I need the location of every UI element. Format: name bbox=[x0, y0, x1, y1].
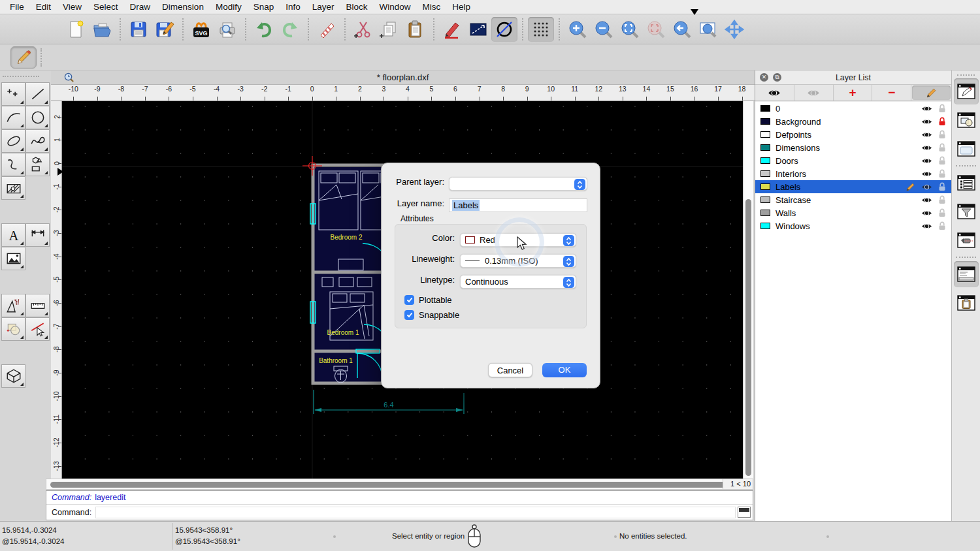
layer-lock-icon[interactable] bbox=[938, 208, 946, 217]
zoom-selection-button[interactable] bbox=[643, 17, 669, 42]
palette-handle[interactable] bbox=[3, 76, 39, 77]
command-input[interactable] bbox=[95, 507, 736, 518]
menu-item[interactable]: View bbox=[57, 2, 88, 12]
menu-item[interactable]: Help bbox=[446, 2, 476, 12]
layer-visibility-icon[interactable] bbox=[921, 170, 932, 178]
previous-view-button[interactable] bbox=[669, 17, 695, 42]
menu-item[interactable]: Snap bbox=[248, 2, 280, 12]
menu-item[interactable]: Edit bbox=[30, 2, 57, 12]
layer-row[interactable]: Doors bbox=[755, 154, 951, 167]
menu-item[interactable]: Draw bbox=[124, 2, 157, 12]
layer-row[interactable]: Windows bbox=[755, 219, 951, 232]
layer-lock-icon[interactable] bbox=[938, 195, 946, 204]
plottable-checkbox[interactable] bbox=[404, 295, 414, 305]
dock-handle[interactable] bbox=[957, 74, 975, 76]
command-line-dock-button[interactable] bbox=[954, 261, 979, 287]
property-editor-dock-button[interactable] bbox=[954, 170, 979, 196]
auto-zoom-button[interactable] bbox=[617, 17, 643, 42]
text-tool-button[interactable]: A bbox=[1, 223, 25, 247]
measure-tool-button[interactable] bbox=[25, 294, 50, 317]
open-file-button[interactable] bbox=[89, 17, 115, 42]
layer-row[interactable]: Walls bbox=[755, 206, 951, 219]
menu-item[interactable]: Window bbox=[374, 2, 417, 12]
menu-item[interactable]: File bbox=[4, 2, 30, 12]
select-line-button[interactable] bbox=[25, 317, 50, 341]
layer-lock-icon[interactable] bbox=[938, 169, 946, 178]
hatch-tool-button[interactable] bbox=[1, 176, 25, 200]
save-as-button[interactable] bbox=[152, 17, 178, 42]
layer-visibility-icon[interactable] bbox=[921, 183, 932, 191]
panel-close-button[interactable]: ✕ bbox=[760, 73, 768, 82]
lines-tool-button[interactable] bbox=[25, 82, 50, 106]
vertical-scroll-thumb[interactable] bbox=[745, 199, 751, 476]
hide-all-layers-button[interactable] bbox=[794, 85, 834, 101]
layer-row[interactable]: Interiors bbox=[755, 167, 951, 180]
menu-item[interactable]: Info bbox=[280, 2, 306, 12]
new-file-button[interactable] bbox=[63, 17, 89, 42]
horizontal-scroll-thumb[interactable] bbox=[50, 482, 734, 488]
zoom-in-button[interactable] bbox=[564, 17, 591, 42]
layer-lock-icon[interactable] bbox=[938, 104, 946, 113]
layer-row[interactable]: Labels bbox=[755, 180, 951, 193]
layer-visibility-icon[interactable] bbox=[921, 157, 932, 165]
distance-tool-button[interactable] bbox=[465, 17, 491, 42]
splines-tool-button[interactable] bbox=[25, 129, 50, 153]
solid-3d-button[interactable] bbox=[1, 364, 25, 388]
window-zoom-button[interactable] bbox=[695, 17, 721, 42]
menu-item[interactable]: Misc bbox=[417, 2, 447, 12]
svg-export-button[interactable]: SVG bbox=[188, 17, 214, 42]
draw-tools-button[interactable] bbox=[1, 294, 25, 317]
pen-edit-button[interactable] bbox=[439, 17, 465, 42]
layer-name-input[interactable]: Labels bbox=[449, 198, 587, 212]
points-tool-button[interactable] bbox=[1, 82, 25, 106]
layer-visibility-icon[interactable] bbox=[921, 144, 932, 151]
clipboard-dock-button[interactable] bbox=[954, 290, 979, 316]
shapes-tool-button[interactable] bbox=[25, 153, 50, 176]
pan-zoom-button[interactable] bbox=[721, 17, 747, 42]
layer-lock-icon[interactable] bbox=[938, 156, 946, 165]
arcs-tool-button[interactable] bbox=[1, 106, 25, 129]
layer-visibility-icon[interactable] bbox=[921, 118, 932, 125]
menu-item[interactable]: Layer bbox=[306, 2, 340, 12]
pencil-tool-button[interactable] bbox=[10, 46, 37, 69]
layer-lock-icon[interactable] bbox=[938, 221, 946, 230]
panel-float-button[interactable]: ⧉ bbox=[773, 73, 781, 82]
copy-button[interactable] bbox=[376, 17, 402, 42]
horizontal-scrollbar[interactable]: 1 < 10 bbox=[46, 479, 753, 490]
parent-layer-select[interactable] bbox=[449, 177, 587, 191]
boolean-ops-button[interactable] bbox=[1, 317, 25, 341]
edit-layer-button[interactable] bbox=[912, 86, 951, 100]
polylines-tool-button[interactable] bbox=[1, 153, 25, 176]
layer-visibility-icon[interactable] bbox=[921, 223, 932, 230]
command-panel-toggle-button[interactable] bbox=[738, 507, 751, 518]
layer-visibility-icon[interactable] bbox=[921, 131, 932, 138]
pen-settings-dock-button[interactable] bbox=[954, 227, 979, 253]
cut-button[interactable] bbox=[350, 17, 376, 42]
menu-item[interactable]: Dimension bbox=[156, 2, 210, 12]
layer-lock-icon[interactable] bbox=[938, 182, 946, 191]
layer-row[interactable]: 0 bbox=[755, 102, 951, 115]
undo-button[interactable] bbox=[251, 17, 277, 42]
add-layer-button[interactable]: + bbox=[834, 85, 873, 101]
zoom-out-button[interactable] bbox=[591, 17, 617, 42]
remove-entity-button[interactable] bbox=[314, 17, 340, 42]
menu-item[interactable]: Block bbox=[340, 2, 374, 12]
grid-toggle-button[interactable] bbox=[528, 17, 554, 42]
layer-visibility-icon[interactable] bbox=[921, 105, 932, 112]
layer-row[interactable]: Defpoints bbox=[755, 128, 951, 141]
show-all-layers-button[interactable] bbox=[755, 85, 794, 101]
print-preview-button[interactable] bbox=[214, 17, 240, 42]
layer-row[interactable]: Background bbox=[755, 115, 951, 128]
circles-tool-button[interactable] bbox=[25, 106, 50, 129]
ellipses-tool-button[interactable] bbox=[1, 129, 25, 153]
vertical-scrollbar[interactable] bbox=[743, 101, 753, 479]
menu-item[interactable]: Select bbox=[88, 2, 124, 12]
paste-button[interactable] bbox=[402, 17, 429, 42]
layer-lock-icon[interactable] bbox=[938, 130, 946, 139]
layer-lock-icon[interactable] bbox=[938, 143, 946, 152]
menu-item[interactable]: Modify bbox=[210, 2, 248, 12]
layer-row[interactable]: Dimensions bbox=[755, 141, 951, 154]
snappable-checkbox[interactable] bbox=[404, 310, 414, 320]
redo-button[interactable] bbox=[277, 17, 303, 42]
layer-lock-icon[interactable] bbox=[938, 117, 946, 126]
